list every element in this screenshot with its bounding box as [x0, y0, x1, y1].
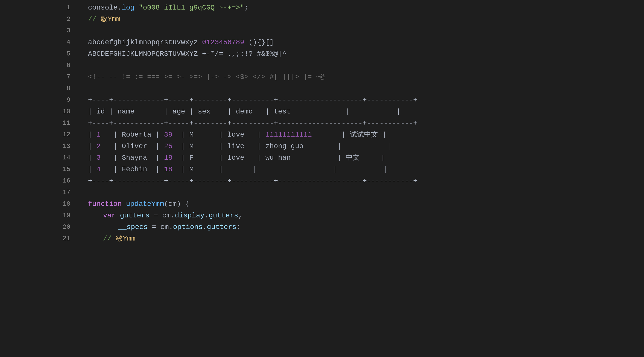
code-line-20: __specs = cm.options.gutters;: [88, 221, 644, 233]
code-line-15: | 4 | Fechin | 18 | M | | | |: [88, 164, 644, 175]
ln-18: 18: [63, 198, 70, 210]
code-line-10: | id | name | age | sex | demo | test | …: [88, 106, 644, 117]
ln-12: 12: [63, 129, 70, 141]
ln-21: 21: [63, 233, 70, 245]
ln-2: 2: [66, 14, 70, 25]
ln-10: 10: [63, 106, 70, 117]
ln-1: 1: [66, 2, 70, 14]
code-line-6: [88, 60, 644, 71]
ln-17: 17: [63, 187, 70, 198]
code-line-7: <!-- -- != := === >= >- >=> |-> -> <$> <…: [88, 71, 644, 83]
code-line-4: abcdefghijklmnopqrstuvwxyz 0123456789 ()…: [88, 37, 644, 48]
code-line-14: | 3 | Shayna | 18 | F | love | wu han | …: [88, 152, 644, 164]
ln-4: 4: [66, 37, 70, 48]
ln-14: 14: [63, 152, 70, 164]
code-line-1: console.log "o008 iIlL1 g9qCGQ ~-+=>";: [88, 2, 644, 14]
ln-16: 16: [63, 175, 70, 187]
code-line-18: function updateYmm(cm) {: [88, 198, 644, 210]
ln-5: 5: [66, 48, 70, 60]
ln-9: 9: [66, 94, 70, 106]
code-line-12: | 1 | Roberta | 39 | M | love | 11111111…: [88, 129, 644, 141]
code-line-2: // 敏Ymm: [88, 14, 644, 25]
line-numbers: 1 2 3 4 5 6 7 8 9 10 11 12 13 14 15 16 1…: [0, 0, 78, 357]
ln-11: 11: [63, 117, 70, 129]
ln-7: 7: [66, 71, 70, 83]
code-line-13: | 2 | Oliver | 25 | M | live | zhong guo…: [88, 141, 644, 152]
ln-15: 15: [63, 164, 70, 175]
code-line-21: // 敏Ymm: [88, 233, 644, 245]
code-line-11: +----+------------+-----+--------+------…: [88, 117, 644, 129]
ln-13: 13: [63, 141, 70, 152]
code-line-5: ABCDEFGHIJKLMNOPQRSTUVWXYZ +-*/= .,;:!? …: [88, 48, 644, 60]
code-editor[interactable]: console.log "o008 iIlL1 g9qCGQ ~-+=>"; /…: [78, 0, 644, 357]
ln-6: 6: [66, 60, 70, 71]
code-line-8: [88, 83, 644, 94]
ln-8: 8: [66, 83, 70, 94]
code-line-16: +----+------------+-----+--------+------…: [88, 175, 644, 187]
code-line-3: [88, 25, 644, 37]
ln-20: 20: [63, 221, 70, 233]
code-line-9: +----+------------+-----+--------+------…: [88, 94, 644, 106]
ln-19: 19: [63, 210, 70, 221]
code-line-19: var gutters = cm.display.gutters,: [88, 210, 644, 221]
code-line-17: [88, 187, 644, 198]
ln-3: 3: [66, 25, 70, 37]
